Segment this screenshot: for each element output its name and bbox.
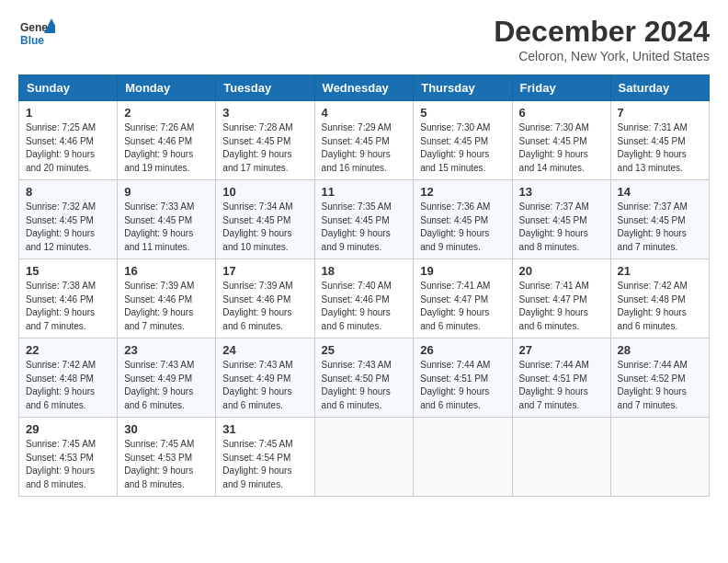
day-number: 20 xyxy=(519,264,604,278)
calendar-cell: 19Sunrise: 7:41 AM Sunset: 4:47 PM Dayli… xyxy=(414,259,512,339)
calendar-cell: 25Sunrise: 7:43 AM Sunset: 4:50 PM Dayli… xyxy=(314,339,414,418)
day-number: 13 xyxy=(519,185,604,199)
calendar-cell: 20Sunrise: 7:41 AM Sunset: 4:47 PM Dayli… xyxy=(512,259,610,339)
calendar-cell: 18Sunrise: 7:40 AM Sunset: 4:46 PM Dayli… xyxy=(314,259,414,339)
dow-header-wednesday: Wednesday xyxy=(314,75,414,101)
day-number: 7 xyxy=(618,106,702,120)
calendar-cell: 30Sunrise: 7:45 AM Sunset: 4:53 PM Dayli… xyxy=(118,418,216,497)
day-number: 24 xyxy=(222,343,307,357)
calendar-cell xyxy=(314,418,414,497)
day-number: 9 xyxy=(124,185,209,199)
calendar-cell: 31Sunrise: 7:45 AM Sunset: 4:54 PM Dayli… xyxy=(216,418,314,497)
day-info: Sunrise: 7:28 AM Sunset: 4:45 PM Dayligh… xyxy=(222,121,307,175)
logo: General Blue xyxy=(18,15,51,48)
calendar-cell: 26Sunrise: 7:44 AM Sunset: 4:51 PM Dayli… xyxy=(414,339,512,418)
day-info: Sunrise: 7:25 AM Sunset: 4:46 PM Dayligh… xyxy=(26,121,110,175)
calendar-week-row: 29Sunrise: 7:45 AM Sunset: 4:53 PM Dayli… xyxy=(19,418,710,497)
calendar-cell xyxy=(512,418,610,497)
dow-header-monday: Monday xyxy=(118,75,216,101)
days-of-week-row: SundayMondayTuesdayWednesdayThursdayFrid… xyxy=(19,75,710,101)
calendar-cell: 5Sunrise: 7:30 AM Sunset: 4:45 PM Daylig… xyxy=(414,101,512,180)
calendar-cell: 14Sunrise: 7:37 AM Sunset: 4:45 PM Dayli… xyxy=(610,180,709,259)
dow-header-friday: Friday xyxy=(512,75,610,101)
day-info: Sunrise: 7:43 AM Sunset: 4:49 PM Dayligh… xyxy=(222,359,307,412)
dow-header-sunday: Sunday xyxy=(19,75,118,101)
day-info: Sunrise: 7:41 AM Sunset: 4:47 PM Dayligh… xyxy=(420,280,505,333)
day-info: Sunrise: 7:43 AM Sunset: 4:49 PM Dayligh… xyxy=(124,359,209,412)
day-number: 14 xyxy=(618,185,702,199)
calendar-cell: 4Sunrise: 7:29 AM Sunset: 4:45 PM Daylig… xyxy=(314,101,414,180)
title-area: December 2024 Celoron, New York, United … xyxy=(494,15,710,63)
day-info: Sunrise: 7:45 AM Sunset: 4:53 PM Dayligh… xyxy=(124,438,209,491)
main-title: December 2024 xyxy=(494,15,710,49)
day-number: 31 xyxy=(222,422,307,436)
calendar-cell: 28Sunrise: 7:44 AM Sunset: 4:52 PM Dayli… xyxy=(610,339,709,418)
day-number: 3 xyxy=(222,106,307,120)
day-info: Sunrise: 7:45 AM Sunset: 4:53 PM Dayligh… xyxy=(26,438,110,491)
calendar-cell: 21Sunrise: 7:42 AM Sunset: 4:48 PM Dayli… xyxy=(610,259,709,339)
day-info: Sunrise: 7:42 AM Sunset: 4:48 PM Dayligh… xyxy=(26,359,110,412)
day-number: 11 xyxy=(322,185,407,199)
day-info: Sunrise: 7:29 AM Sunset: 4:45 PM Dayligh… xyxy=(322,121,407,175)
calendar-cell: 7Sunrise: 7:31 AM Sunset: 4:45 PM Daylig… xyxy=(610,101,709,180)
day-number: 6 xyxy=(519,106,604,120)
calendar-cell xyxy=(610,418,709,497)
day-info: Sunrise: 7:39 AM Sunset: 4:46 PM Dayligh… xyxy=(124,280,209,333)
day-info: Sunrise: 7:26 AM Sunset: 4:46 PM Dayligh… xyxy=(124,121,209,175)
day-number: 29 xyxy=(26,422,110,436)
day-info: Sunrise: 7:43 AM Sunset: 4:50 PM Dayligh… xyxy=(322,359,407,412)
day-number: 12 xyxy=(420,185,505,199)
calendar-cell: 10Sunrise: 7:34 AM Sunset: 4:45 PM Dayli… xyxy=(216,180,314,259)
day-info: Sunrise: 7:37 AM Sunset: 4:45 PM Dayligh… xyxy=(618,201,702,254)
day-number: 23 xyxy=(124,343,209,357)
calendar-cell: 23Sunrise: 7:43 AM Sunset: 4:49 PM Dayli… xyxy=(118,339,216,418)
day-number: 15 xyxy=(26,264,110,278)
day-info: Sunrise: 7:37 AM Sunset: 4:45 PM Dayligh… xyxy=(519,201,604,254)
day-number: 2 xyxy=(124,106,209,120)
day-number: 1 xyxy=(26,106,110,120)
dow-header-thursday: Thursday xyxy=(414,75,512,101)
calendar-body: 1Sunrise: 7:25 AM Sunset: 4:46 PM Daylig… xyxy=(19,101,710,497)
day-info: Sunrise: 7:38 AM Sunset: 4:46 PM Dayligh… xyxy=(26,280,110,333)
day-number: 28 xyxy=(618,343,702,357)
day-number: 25 xyxy=(322,343,407,357)
calendar-cell: 2Sunrise: 7:26 AM Sunset: 4:46 PM Daylig… xyxy=(118,101,216,180)
logo-icon: General Blue xyxy=(18,15,51,48)
day-info: Sunrise: 7:44 AM Sunset: 4:52 PM Dayligh… xyxy=(618,359,702,412)
calendar-cell: 13Sunrise: 7:37 AM Sunset: 4:45 PM Dayli… xyxy=(512,180,610,259)
day-info: Sunrise: 7:35 AM Sunset: 4:45 PM Dayligh… xyxy=(322,201,407,254)
day-info: Sunrise: 7:33 AM Sunset: 4:45 PM Dayligh… xyxy=(124,201,209,254)
day-info: Sunrise: 7:45 AM Sunset: 4:54 PM Dayligh… xyxy=(222,438,307,491)
day-info: Sunrise: 7:44 AM Sunset: 4:51 PM Dayligh… xyxy=(420,359,505,412)
day-number: 27 xyxy=(519,343,604,357)
day-info: Sunrise: 7:42 AM Sunset: 4:48 PM Dayligh… xyxy=(618,280,702,333)
day-info: Sunrise: 7:34 AM Sunset: 4:45 PM Dayligh… xyxy=(222,201,307,254)
day-number: 30 xyxy=(124,422,209,436)
calendar-week-row: 22Sunrise: 7:42 AM Sunset: 4:48 PM Dayli… xyxy=(19,339,710,418)
calendar-cell: 8Sunrise: 7:32 AM Sunset: 4:45 PM Daylig… xyxy=(19,180,118,259)
dow-header-saturday: Saturday xyxy=(610,75,709,101)
day-number: 21 xyxy=(618,264,702,278)
calendar-week-row: 1Sunrise: 7:25 AM Sunset: 4:46 PM Daylig… xyxy=(19,101,710,180)
day-number: 10 xyxy=(222,185,307,199)
calendar-week-row: 8Sunrise: 7:32 AM Sunset: 4:45 PM Daylig… xyxy=(19,180,710,259)
day-number: 17 xyxy=(222,264,307,278)
dow-header-tuesday: Tuesday xyxy=(216,75,314,101)
day-info: Sunrise: 7:31 AM Sunset: 4:45 PM Dayligh… xyxy=(618,121,702,175)
day-number: 26 xyxy=(420,343,505,357)
day-info: Sunrise: 7:30 AM Sunset: 4:45 PM Dayligh… xyxy=(420,121,505,175)
day-info: Sunrise: 7:30 AM Sunset: 4:45 PM Dayligh… xyxy=(519,121,604,175)
svg-text:Blue: Blue xyxy=(20,34,44,47)
day-info: Sunrise: 7:41 AM Sunset: 4:47 PM Dayligh… xyxy=(519,280,604,333)
calendar-cell: 15Sunrise: 7:38 AM Sunset: 4:46 PM Dayli… xyxy=(19,259,118,339)
calendar-week-row: 15Sunrise: 7:38 AM Sunset: 4:46 PM Dayli… xyxy=(19,259,710,339)
day-number: 18 xyxy=(322,264,407,278)
calendar-cell: 9Sunrise: 7:33 AM Sunset: 4:45 PM Daylig… xyxy=(118,180,216,259)
calendar-cell: 22Sunrise: 7:42 AM Sunset: 4:48 PM Dayli… xyxy=(19,339,118,418)
subtitle: Celoron, New York, United States xyxy=(494,49,710,63)
calendar-cell: 17Sunrise: 7:39 AM Sunset: 4:46 PM Dayli… xyxy=(216,259,314,339)
day-number: 19 xyxy=(420,264,505,278)
calendar-cell: 11Sunrise: 7:35 AM Sunset: 4:45 PM Dayli… xyxy=(314,180,414,259)
calendar-cell: 29Sunrise: 7:45 AM Sunset: 4:53 PM Dayli… xyxy=(19,418,118,497)
calendar-cell xyxy=(414,418,512,497)
